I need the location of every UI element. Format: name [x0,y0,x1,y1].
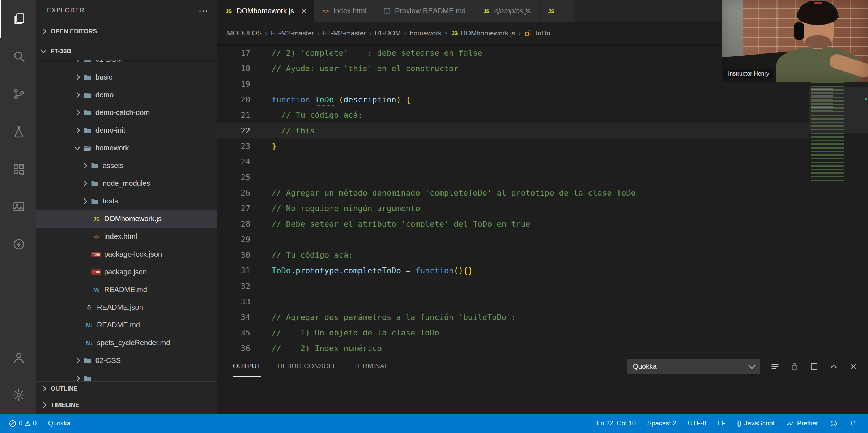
problems-status[interactable]: 0 ⚠ 0 [0,414,42,433]
tree-item-README.md[interactable]: M↓README.md [36,281,217,299]
source-control-icon[interactable] [0,75,36,113]
minimap[interactable] [809,44,868,356]
tree-item-README.json[interactable]: {}README.json [36,299,217,316]
code-line-27[interactable]: 27// No requiere ningún argumento [217,201,868,216]
code-line-22[interactable]: 22 // this [217,123,868,138]
open-editors-section[interactable]: OPEN EDITORS [36,21,217,42]
file-tree: 01-DOMbasicdemodemo-catch-domdemo-initho… [36,60,217,381]
quokka-status[interactable]: Quokka [42,414,76,433]
indentation-status[interactable]: Spaces: 2 [642,420,682,427]
panel-tab-debug-console[interactable]: DEBUG CONSOLE [278,356,337,377]
split-panel-icon[interactable] [809,362,819,371]
run-debug-icon[interactable] [0,113,36,150]
tree-item-label: tests [103,197,118,205]
tree-item-demo[interactable]: demo [36,86,217,104]
breadcrumb-item[interactable]: FT-M2-master [271,29,314,37]
status-bar: 0 ⚠ 0 Quokka Ln 22, Col 10 Spaces: 2 UTF… [0,414,868,433]
breadcrumb-label: DOMhomework.js [460,29,515,37]
breadcrumb-item[interactable]: homework [410,29,442,37]
line-number: 28 [217,216,250,232]
explorer-icon[interactable] [0,0,36,38]
account-icon[interactable] [0,339,36,376]
tree-item-homework[interactable]: homework [36,139,217,157]
cursor-position-status[interactable]: Ln 22, Col 10 [591,420,642,427]
lock-scroll-icon[interactable] [790,362,799,371]
code-line-35[interactable]: 35// 1) Un objeto de la clase ToDo [217,325,868,340]
tree-item-demo-init[interactable]: demo-init [36,121,217,139]
code-line-20[interactable]: 20function ToDo (description) { [217,92,868,107]
more-actions-icon[interactable]: ··· [199,5,208,16]
extensions-icon[interactable] [0,150,36,188]
tree-item-spets_cycleRender.md[interactable]: M↓spets_cycleRender.md [36,334,217,352]
output-channel-value: Quokka [633,363,656,370]
tree-item-package-lock.json[interactable]: npmpackage-lock.json [36,245,217,263]
panel-tab-terminal[interactable]: TERMINAL [354,356,388,377]
lightning-icon[interactable] [0,226,36,263]
code-line-23[interactable]: 23} [217,138,868,154]
tree-item-01-DOM[interactable]: 01-DOM [36,60,217,68]
breadcrumb-item[interactable]: JSDOMhomework.js [450,29,515,37]
eol-status[interactable]: LF [712,420,731,427]
output-channel-select[interactable]: Quokka [627,359,760,374]
symbol-class-icon [524,29,532,37]
tab-ejemplos.js[interactable]: JSejemplos.js [475,0,540,22]
text-cursor [315,125,315,137]
tree-item-node_modules[interactable]: node_modules [36,175,217,192]
tree-item-index.html[interactable]: <>index.html [36,228,217,245]
close-tab-icon[interactable]: × [301,7,306,16]
formatter-status[interactable]: ✓✓ Prettier [780,420,824,428]
language-mode-status[interactable]: {} JavaScript [731,420,780,427]
tab-index.html[interactable]: <>index.html [314,0,375,22]
folder-icon [90,162,103,170]
code-line-33[interactable]: 33 [217,294,868,309]
breadcrumb-item[interactable]: 01-DOM [375,29,401,37]
line-content: // Tu código acá: [272,107,363,123]
tree-item-02-CSS[interactable]: 02-CSS [36,352,217,369]
npm-icon: npm [92,268,104,276]
timeline-section[interactable]: TIMELINE [36,396,217,414]
code-line-21[interactable]: 21 // Tu código acá: [217,107,868,123]
code-editor[interactable]: 17// 2) 'complete' : debe setearse en fa… [217,44,868,356]
code-line-26[interactable]: 26// Agregar un método denominado 'compl… [217,185,868,201]
tab-Preview README.md[interactable]: Preview README.md [375,0,475,22]
code-line-24[interactable]: 24 [217,154,868,170]
tree-item-DOMhomework.js[interactable]: JSDOMhomework.js [36,210,217,228]
code-line-34[interactable]: 34// Agregar dos parámetros a la función… [217,309,868,325]
panel-tab-output[interactable]: OUTPUT [233,356,261,377]
tree-item-label: node_modules [103,179,150,188]
outline-section[interactable]: OUTLINE [36,381,217,396]
output-lines-icon[interactable] [770,362,780,371]
tab-partial[interactable]: JS [540,0,574,22]
code-line-29[interactable]: 29 [217,232,868,247]
settings-icon[interactable] [0,376,36,414]
tree-item-basic[interactable]: basic [36,68,217,86]
maximize-panel-icon[interactable] [829,362,838,371]
breadcrumb-item[interactable]: MODULOS [227,29,262,37]
code-line-32[interactable]: 32 [217,278,868,294]
tree-item-demo-catch-dom[interactable]: demo-catch-dom [36,104,217,121]
minimap-slider[interactable] [809,87,868,133]
code-line-36[interactable]: 36// 2) Index numérico [217,340,868,356]
tree-item-tests[interactable]: tests [36,192,217,210]
tree-item-README.md[interactable]: M↓README.md [36,316,217,334]
breadcrumb-item[interactable]: FT-M2-master [323,29,366,37]
tree-item-partial[interactable] [36,369,217,381]
folder-open-icon [83,144,95,153]
image-preview-icon[interactable] [0,188,36,226]
code-line-31[interactable]: 31ToDo.prototype.completeToDo = function… [217,263,868,278]
feedback-smiley-icon[interactable] [824,420,843,428]
preview-icon [383,7,395,16]
breadcrumb-item[interactable]: ToDo [524,29,550,37]
notifications-bell[interactable] [843,420,863,428]
workspace-section[interactable]: FT-36B [36,42,217,60]
tree-item-assets[interactable]: assets [36,157,217,175]
tab-DOMhomework.js[interactable]: JSDOMhomework.js× [217,0,314,22]
search-icon[interactable] [0,38,36,75]
webcam-person-head [801,12,834,49]
code-line-30[interactable]: 30// Tu código acá: [217,247,868,263]
tree-item-package.json[interactable]: npmpackage.json [36,263,217,281]
encoding-status[interactable]: UTF-8 [682,420,712,427]
code-line-25[interactable]: 25 [217,170,868,185]
close-panel-icon[interactable] [848,362,858,371]
code-line-28[interactable]: 28// Debe setear el atributo 'complete' … [217,216,868,232]
